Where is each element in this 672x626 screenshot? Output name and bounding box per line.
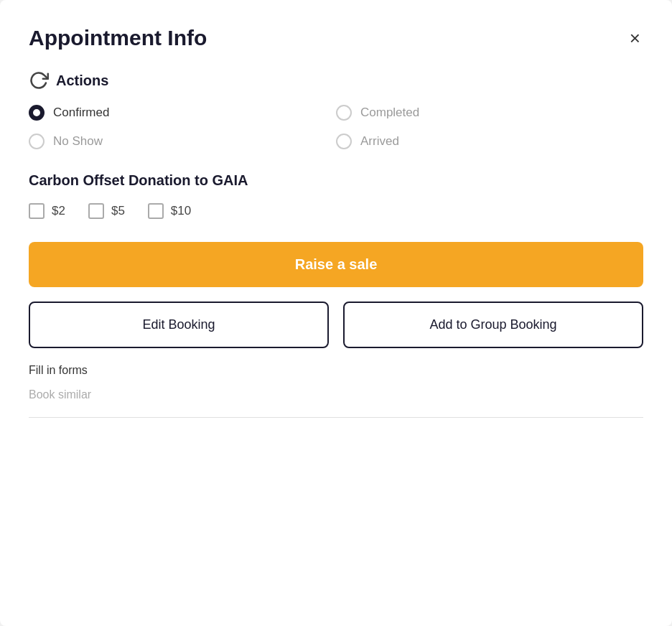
actions-section: Actions Confirmed Completed No Show Arri…	[29, 70, 643, 149]
donation-section: Carbon Offset Donation to GAIA $2 $5 $10	[29, 172, 643, 219]
checkbox-5[interactable]	[88, 203, 104, 219]
raise-sale-button[interactable]: Raise a sale	[29, 242, 643, 287]
booking-buttons-row: Edit Booking Add to Group Booking	[29, 302, 643, 348]
radio-completed[interactable]	[336, 105, 352, 121]
radio-label-no-show: No Show	[53, 134, 103, 149]
donation-item-5[interactable]: $5	[88, 203, 125, 219]
actions-header: Actions	[29, 70, 643, 90]
donation-label-2: $2	[52, 204, 65, 218]
radio-label-arrived: Arrived	[360, 134, 399, 149]
donation-title: Carbon Offset Donation to GAIA	[29, 172, 643, 189]
donation-item-10[interactable]: $10	[148, 203, 191, 219]
radio-label-completed: Completed	[360, 106, 419, 120]
radio-item-completed[interactable]: Completed	[336, 105, 643, 121]
donation-item-2[interactable]: $2	[29, 203, 65, 219]
radio-item-no-show[interactable]: No Show	[29, 134, 336, 149]
radio-item-arrived[interactable]: Arrived	[336, 134, 643, 149]
donation-label-10: $10	[171, 204, 191, 218]
fill-forms-link[interactable]: Fill in forms	[29, 363, 643, 378]
appointment-info-modal: Appointment Info × Actions Confirmed Com…	[0, 0, 672, 626]
bottom-divider	[29, 417, 643, 418]
refresh-icon	[29, 70, 49, 90]
radio-item-confirmed[interactable]: Confirmed	[29, 105, 336, 121]
checkbox-2[interactable]	[29, 203, 45, 219]
close-button[interactable]: ×	[627, 26, 643, 50]
actions-label: Actions	[56, 73, 108, 89]
radio-confirmed[interactable]	[29, 105, 45, 121]
donation-options: $2 $5 $10	[29, 203, 643, 219]
modal-header: Appointment Info ×	[29, 26, 643, 50]
checkbox-10[interactable]	[148, 203, 164, 219]
radio-options-grid: Confirmed Completed No Show Arrived	[29, 105, 643, 149]
donation-label-5: $5	[111, 204, 125, 218]
radio-arrived[interactable]	[336, 134, 352, 149]
modal-title: Appointment Info	[29, 26, 207, 50]
book-similar-link[interactable]: Book similar	[29, 387, 643, 403]
edit-booking-button[interactable]: Edit Booking	[29, 302, 329, 348]
add-to-group-booking-button[interactable]: Add to Group Booking	[343, 302, 643, 348]
radio-no-show[interactable]	[29, 134, 45, 149]
radio-label-confirmed: Confirmed	[53, 106, 109, 120]
